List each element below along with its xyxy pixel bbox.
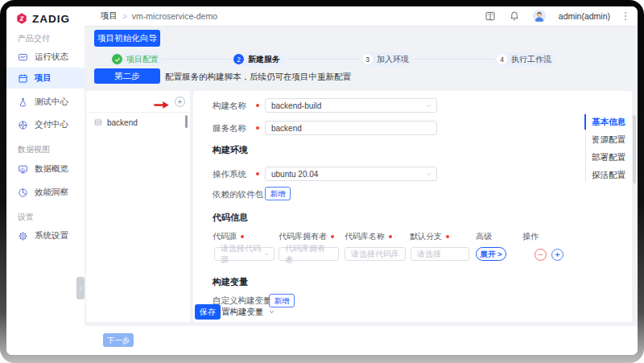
repo-owner-input[interactable]: 代码库拥有者: [279, 247, 339, 261]
required-dot: [256, 104, 259, 107]
service-list-scrollbar[interactable]: [185, 115, 188, 128]
anchor-tab-basic-info[interactable]: 基本信息: [592, 117, 625, 128]
repo-name-header: 代码库名称: [345, 231, 392, 242]
step-1-project-config: 项目配置: [110, 52, 162, 66]
default-branch-header: 默认分支: [410, 231, 449, 242]
service-name-label: backend: [107, 118, 138, 127]
breadcrumb-separator: >: [122, 12, 127, 21]
default-branch-select[interactable]: 请选择: [411, 247, 469, 261]
sidebar-section-product-delivery: 产品交付: [18, 33, 50, 44]
collapse-sidebar-handle[interactable]: [76, 277, 85, 299]
repo-name-select[interactable]: 请选择代码库: [345, 247, 406, 261]
code-source-placeholder: 请选择代码源: [221, 243, 268, 266]
service-list-item-backend[interactable]: backend: [86, 113, 190, 131]
repo-owner-placeholder: 代码库拥有者: [285, 243, 332, 266]
sidebar-item-label: 数据概览: [35, 163, 68, 175]
bottom-bar: 下一步: [85, 326, 638, 355]
builtin-vars-toggle[interactable]: 置构建变量: [221, 304, 275, 320]
device-frame: ZADIG 产品交付 运行状态 项目 测试中心 交付中心 数据视图: [0, 0, 644, 363]
build-name-select[interactable]: backend-build: [265, 98, 437, 113]
code-info-title: 代码信息: [213, 212, 248, 224]
sidebar-item-run-status[interactable]: 运行状态: [6, 47, 85, 68]
anchor-active-indicator: [584, 114, 586, 130]
more-menu-icon[interactable]: [623, 10, 628, 22]
topbar: 项目 > vm-microservice-demo admin(admin): [85, 6, 638, 27]
required-dot: [389, 235, 392, 238]
required-dot: [256, 172, 259, 175]
anchor-tab-probe-config[interactable]: 探活配置: [592, 170, 625, 181]
builtin-vars-label: 置构建变量: [221, 307, 264, 318]
sidebar-item-label: 效能洞察: [35, 187, 68, 198]
service-name-value: backend: [271, 124, 302, 133]
build-config-panel: 构建名称 backend-build 服务名称 backend 构建环境 操作系…: [193, 91, 632, 322]
deps-add-button[interactable]: 新增: [265, 187, 291, 200]
anchor-tab-resource-config[interactable]: 资源配置: [592, 134, 625, 146]
add-repo-button[interactable]: +: [551, 249, 564, 261]
sidebar-item-test-center[interactable]: 测试中心: [6, 92, 85, 113]
sidebar-item-system-settings[interactable]: 系统设置: [6, 225, 85, 246]
required-dot: [241, 235, 244, 238]
user-avatar[interactable]: [533, 10, 546, 23]
breadcrumb-current: vm-microservice-demo: [132, 11, 217, 21]
sidebar-section-settings: 设置: [18, 212, 34, 223]
step-number: 4: [497, 54, 507, 64]
user-name[interactable]: admin(admin): [559, 11, 610, 21]
advanced-expand-button[interactable]: 展开 >: [476, 247, 506, 261]
chevron-down-icon: [263, 251, 270, 258]
gear-icon: [18, 231, 28, 241]
flask-icon: [18, 97, 28, 108]
zadig-logo[interactable]: ZADIG: [15, 12, 70, 25]
service-name-label: 服务名称: [213, 121, 246, 135]
step-number: 3: [362, 54, 373, 64]
repo-name-placeholder: 请选择代码库: [351, 249, 399, 260]
required-dot: [446, 235, 449, 238]
pie-chart-icon: [18, 188, 28, 198]
chevron-down-icon: [425, 171, 432, 178]
build-name-label: 构建名称: [213, 98, 246, 113]
deps-label: 依赖的软件包: [213, 187, 263, 201]
step-label: 项目配置: [126, 54, 159, 65]
breadcrumb-root[interactable]: 项目: [101, 10, 118, 22]
next-step-button[interactable]: 下一步: [103, 333, 134, 347]
sidebar-item-projects[interactable]: 项目: [6, 68, 85, 89]
sidebar-item-label: 运行状态: [35, 52, 68, 63]
step-2-new-service: 2 新建服务: [232, 52, 285, 66]
build-vars-title: 构建变量: [213, 276, 248, 288]
code-source-select[interactable]: 请选择代码源: [214, 247, 275, 261]
docs-icon[interactable]: [485, 10, 496, 22]
default-branch-placeholder: 请选择: [417, 249, 441, 260]
remove-repo-button[interactable]: −: [535, 249, 547, 261]
sidebar-section-data-view: 数据视图: [18, 144, 50, 155]
sidebar-item-delivery-center[interactable]: 交付中心: [6, 114, 85, 135]
os-select[interactable]: ubuntu 20.04: [265, 167, 437, 181]
project-init-wizard-button[interactable]: 项目初始化向导: [94, 30, 160, 47]
step-connector: [413, 59, 493, 60]
add-service-button[interactable]: +: [175, 97, 185, 107]
service-list-header: +: [86, 91, 190, 113]
step-number: 2: [233, 54, 244, 64]
code-source-header: 代码源: [213, 231, 244, 242]
annotation-arrow-icon: [153, 98, 170, 113]
window-scrollbar[interactable]: [633, 115, 636, 184]
project-calendar-icon: [18, 73, 28, 84]
build-env-title: 构建环境: [213, 144, 248, 156]
breadcrumb: 项目 > vm-microservice-demo: [101, 10, 217, 22]
sidebar-item-efficiency-insight[interactable]: 效能洞察: [6, 182, 85, 203]
chevron-down-icon: [425, 102, 432, 109]
bell-icon[interactable]: [509, 10, 520, 22]
step-label: 执行工作流: [511, 54, 551, 65]
os-label: 操作系统: [213, 167, 246, 181]
zadig-hexagon-icon: [15, 12, 28, 25]
sidebar-item-label: 项目: [35, 72, 52, 84]
service-name-input[interactable]: backend: [265, 121, 437, 135]
save-button[interactable]: 保存: [195, 304, 221, 320]
anchor-tab-deploy-config[interactable]: 部署配置: [592, 152, 625, 163]
step-label: 加入环境: [377, 54, 409, 65]
monitor-pulse-icon: [18, 52, 28, 63]
service-list-panel: + backend: [86, 91, 190, 322]
logo-text: ZADIG: [32, 13, 70, 25]
sidebar-item-data-overview[interactable]: 数据概览: [6, 159, 85, 179]
repo-owner-header: 代码库拥有者: [279, 231, 334, 242]
operation-header: 操作: [522, 231, 539, 242]
required-dot: [331, 235, 334, 238]
